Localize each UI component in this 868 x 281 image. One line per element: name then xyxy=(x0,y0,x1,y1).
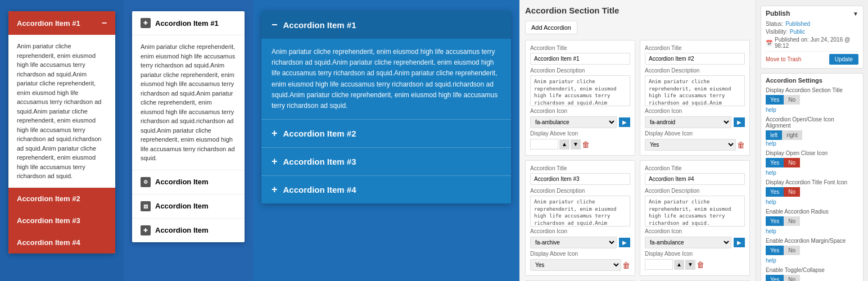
form-number-row-4: ▲ ▼ 🗑 xyxy=(645,259,745,270)
white-accordion-header-3[interactable]: ▤ Accordion Item xyxy=(132,194,245,218)
move-to-trash-link[interactable]: Move to Trash xyxy=(766,56,801,62)
display-section-title-no[interactable]: No xyxy=(784,95,800,105)
enable-radius-yes[interactable]: Yes xyxy=(766,216,784,226)
form-delete-4[interactable]: 🗑 xyxy=(697,260,704,269)
form-delete-1[interactable]: 🗑 xyxy=(582,140,590,149)
form-input-title-3[interactable] xyxy=(530,173,630,185)
form-icon-apply-3[interactable]: ▶ xyxy=(619,238,630,247)
form-icon-apply-2[interactable]: ▶ xyxy=(734,117,745,127)
form-label-display-1: Display Above Icon xyxy=(530,130,630,137)
display-font-icon-setting: Display Accordion Title Font Icon Yes No… xyxy=(766,179,858,205)
display-section-title-yes[interactable]: Yes xyxy=(766,95,784,105)
accordion-header-1[interactable]: Accordion Item #1 − xyxy=(8,11,115,35)
form-number-input-1[interactable] xyxy=(530,139,558,149)
status-label: Status: xyxy=(766,21,783,27)
red-accordion: Accordion Item #1 − Anim pariatur cliche… xyxy=(8,11,115,253)
form-input-title-1[interactable] xyxy=(530,53,630,65)
status-value[interactable]: Published xyxy=(785,21,810,27)
form-label-title-3: Accordion Title xyxy=(530,165,630,171)
blue-accordion-title-2: Accordion Item #2 xyxy=(283,129,356,138)
alignment-help[interactable]: help xyxy=(766,140,776,147)
form-textarea-desc-2[interactable]: Anim pariatur cliche reprehenderit, enim… xyxy=(645,75,745,106)
enable-margin-toggle: Yes No xyxy=(766,246,858,255)
white-accordion-header-2[interactable]: ⚙ Accordion Item xyxy=(132,170,245,194)
enable-radius-no[interactable]: No xyxy=(784,216,800,226)
white-accordion-header-1[interactable]: ✚ Accordion Item #1 xyxy=(132,11,245,35)
form-delete-2[interactable]: 🗑 xyxy=(737,140,745,149)
publish-actions: Move to Trash Update xyxy=(766,54,858,65)
form-label-desc-1: Accordion Description xyxy=(530,67,630,74)
blue-accordion-header-1[interactable]: − Accordion Item #1 xyxy=(261,11,511,39)
form-delete-3[interactable]: 🗑 xyxy=(622,261,630,270)
form-input-title-4[interactable] xyxy=(645,173,745,185)
display-open-close-help[interactable]: help xyxy=(766,170,776,176)
alignment-toggle: left right xyxy=(766,130,858,140)
white-accordion-title-3: Accordion Item xyxy=(155,202,209,210)
form-textarea-desc-1[interactable]: Anim pariatur cliche reprehenderit, enim… xyxy=(530,75,630,106)
display-font-icon-yes[interactable]: Yes xyxy=(766,187,784,197)
status-row: Status: Published xyxy=(766,21,858,27)
display-open-close-yes[interactable]: Yes xyxy=(766,158,784,167)
enable-toggle-yes[interactable]: Yes xyxy=(766,275,784,281)
enable-toggle-toggle: Yes No xyxy=(766,275,858,281)
publish-section: Publish ▼ Status: Published Visibility: … xyxy=(761,6,864,69)
display-open-close-no[interactable]: No xyxy=(784,158,800,167)
form-select-icon-3[interactable]: fa-archive xyxy=(530,237,617,248)
enable-margin-help[interactable]: help xyxy=(766,257,776,264)
form-label-display-2: Display Above Icon xyxy=(645,130,745,137)
minus-icon: − xyxy=(102,18,107,28)
form-display-select-3[interactable]: Yes xyxy=(530,259,621,271)
update-button[interactable]: Update xyxy=(829,54,858,65)
alignment-left[interactable]: left xyxy=(766,130,782,140)
display-section-title-help[interactable]: help xyxy=(766,107,776,113)
blue-accordion-header-2[interactable]: + Accordion Item #2 xyxy=(261,119,511,147)
enable-margin-no[interactable]: No xyxy=(784,246,800,255)
form-number-up-4[interactable]: ▲ xyxy=(674,260,684,270)
display-section-title-label: Display Accordion Section Title xyxy=(766,87,858,93)
accordion-form-grid-1: Accordion Title Accordion Description An… xyxy=(525,40,750,156)
form-number-down-1[interactable]: ▼ xyxy=(571,139,581,149)
form-label-icon-2: Accordion Icon xyxy=(645,108,745,114)
form-number-input-4[interactable] xyxy=(645,259,673,270)
display-font-icon-no[interactable]: No xyxy=(784,187,800,197)
accordion-header-4[interactable]: Accordion Item #4 xyxy=(8,232,115,253)
form-textarea-desc-3[interactable]: Anim pariatur cliche reprehenderit, enim… xyxy=(530,196,630,226)
form-number-row-2: Yes 🗑 xyxy=(645,139,745,151)
form-input-title-2[interactable] xyxy=(645,53,745,65)
form-label-desc-3: Accordion Description xyxy=(530,188,630,194)
plus-icon-2: + xyxy=(272,128,278,139)
visibility-value[interactable]: Public xyxy=(790,29,805,35)
form-display-select-2[interactable]: Yes xyxy=(645,139,736,151)
form-select-icon-1[interactable]: fa-ambulance xyxy=(530,116,617,128)
form-select-icon-2[interactable]: fa-android xyxy=(645,116,731,128)
blue-accordion: − Accordion Item #1 Anim pariatur cliche… xyxy=(261,11,511,203)
alignment-right[interactable]: right xyxy=(782,130,802,140)
form-select-icon-4[interactable]: fa-ambulance xyxy=(645,237,731,248)
minus-icon-blue: − xyxy=(272,19,278,31)
enable-margin-yes[interactable]: Yes xyxy=(766,246,784,255)
visibility-row: Visibility: Public xyxy=(766,29,858,35)
form-number-row-3: Yes 🗑 xyxy=(530,259,630,271)
form-textarea-desc-4[interactable]: Anim pariatur cliche reprehenderit, enim… xyxy=(645,196,745,226)
left-accordion-panel: Accordion Item #1 − Anim pariatur cliche… xyxy=(0,0,124,281)
form-number-up-1[interactable]: ▲ xyxy=(559,139,569,149)
blue-accordion-text-1: Anim pariatur cliche reprehenderit, enim… xyxy=(272,48,498,110)
ambulance-icon: ✚ xyxy=(141,18,151,28)
add-accordion-button[interactable]: Add Accordion xyxy=(525,21,577,34)
enable-toggle-no[interactable]: No xyxy=(784,275,800,281)
blue-accordion-header-4[interactable]: + Accordion Item #4 xyxy=(261,175,511,203)
form-label-display-3: Display Above Icon xyxy=(530,251,630,257)
white-accordion-header-4[interactable]: ✚ Accordion Item xyxy=(132,218,245,242)
form-icon-apply-1[interactable]: ▶ xyxy=(619,117,630,127)
accordion-header-3[interactable]: Accordion Item #3 xyxy=(8,210,115,232)
form-icon-apply-4[interactable]: ▶ xyxy=(734,238,745,247)
published-on-row: 📅 Published on: Jun 24, 2016 @ 98:12 xyxy=(766,37,858,49)
form-number-down-4[interactable]: ▼ xyxy=(685,260,695,270)
form-label-title-2: Accordion Title xyxy=(645,45,745,51)
accordion-header-2[interactable]: Accordion Item #2 xyxy=(8,188,115,210)
enable-radius-setting: Enable Accordion Radius Yes No help xyxy=(766,209,858,234)
display-font-icon-help[interactable]: help xyxy=(766,199,776,205)
blue-accordion-header-3[interactable]: + Accordion Item #3 xyxy=(261,147,511,175)
enable-radius-help[interactable]: help xyxy=(766,228,776,234)
blue-accordion-content-1: Anim pariatur cliche reprehenderit, enim… xyxy=(261,39,511,119)
